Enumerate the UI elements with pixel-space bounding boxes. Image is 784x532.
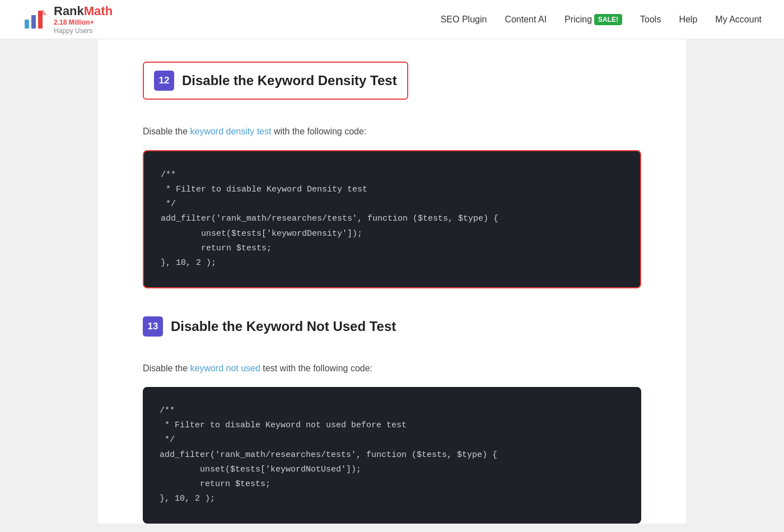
nav-pricing[interactable]: Pricing bbox=[564, 15, 592, 25]
section-12-code-block: /** * Filter to disable Keyword Density … bbox=[143, 150, 641, 289]
section-13-number: 13 bbox=[143, 316, 163, 337]
section-13-link[interactable]: keyword not used bbox=[190, 363, 260, 373]
section-13-code: /** * Filter to disable Keyword not used… bbox=[160, 404, 624, 507]
page-background: 12 Disable the Keyword Density Test Disa… bbox=[0, 39, 784, 532]
nav-content-ai[interactable]: Content AI bbox=[505, 15, 547, 25]
section-12-header: 12 Disable the Keyword Density Test bbox=[143, 62, 408, 100]
content-area: 12 Disable the Keyword Density Test Disa… bbox=[98, 39, 686, 524]
logo-text: RankMath 2.18 Million+ Happy Users bbox=[54, 4, 113, 35]
section-13-header: 13 Disable the Keyword Not Used Test bbox=[143, 316, 396, 337]
section-13-title: Disable the Keyword Not Used Test bbox=[171, 319, 396, 334]
section-12-desc: Disable the keyword density test with th… bbox=[143, 124, 641, 139]
main-nav: SEO Plugin Content AI Pricing SALE! Tool… bbox=[441, 14, 762, 25]
section-12-link[interactable]: keyword density test bbox=[190, 127, 272, 136]
nav-my-account[interactable]: My Account bbox=[715, 15, 762, 25]
section-12-title: Disable the Keyword Density Test bbox=[182, 73, 397, 88]
logo-brand: RankMath bbox=[54, 4, 113, 18]
logo-area: RankMath 2.18 Million+ Happy Users bbox=[22, 4, 113, 35]
nav-help[interactable]: Help bbox=[679, 15, 697, 25]
section-12-number: 12 bbox=[154, 71, 174, 91]
logo-tagline: 2.18 Million+ Happy Users bbox=[54, 18, 113, 35]
nav-tools[interactable]: Tools bbox=[640, 15, 661, 25]
section-13-code-block: /** * Filter to disable Keyword not used… bbox=[143, 387, 641, 524]
rankmath-logo-icon bbox=[22, 7, 47, 32]
sale-badge: SALE! bbox=[594, 14, 622, 25]
section-13-desc: Disable the keyword not used test with t… bbox=[143, 361, 641, 376]
section-12-code: /** * Filter to disable Keyword Density … bbox=[161, 168, 623, 271]
header: RankMath 2.18 Million+ Happy Users SEO P… bbox=[0, 0, 784, 39]
svg-rect-1 bbox=[25, 20, 29, 29]
nav-seo-plugin[interactable]: SEO Plugin bbox=[441, 15, 487, 25]
section-12-header-wrap: 12 Disable the Keyword Density Test bbox=[143, 62, 641, 112]
nav-pricing-wrap: Pricing SALE! bbox=[564, 14, 622, 25]
section-13-header-wrap: 13 Disable the Keyword Not Used Test bbox=[143, 316, 641, 349]
svg-rect-2 bbox=[31, 15, 36, 29]
